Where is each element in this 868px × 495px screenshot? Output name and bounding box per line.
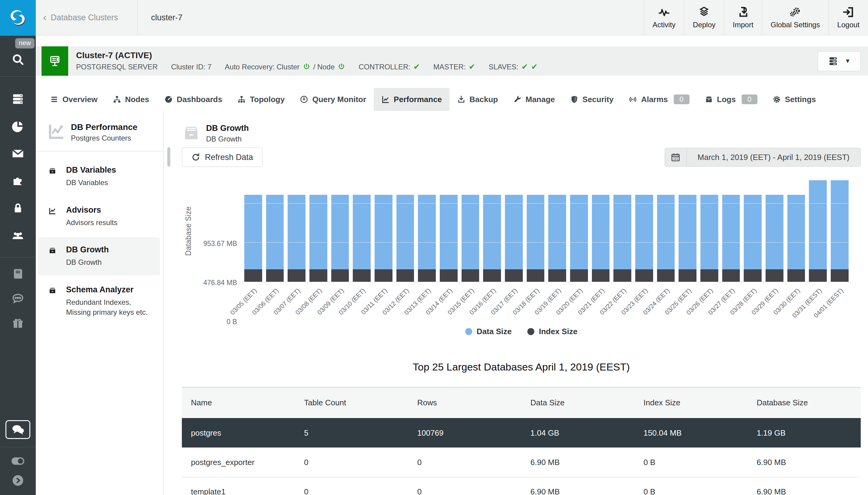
bar-data-size-segment[interactable] [722, 195, 740, 269]
plugins-icon[interactable] [0, 172, 36, 189]
chart-bar[interactable] [657, 180, 675, 282]
chart-bar[interactable] [288, 180, 305, 282]
chart-bar[interactable] [766, 180, 783, 282]
chart-bar[interactable] [831, 180, 849, 282]
panel-item-db-variables[interactable]: DB VariablesDB Variables [38, 157, 160, 196]
bar-index-size-segment[interactable] [288, 269, 305, 282]
chart-bar[interactable] [397, 180, 414, 282]
chart-bar[interactable] [570, 180, 588, 282]
legend-item-index-size[interactable]: Index Size [527, 327, 577, 336]
bar-data-size-segment[interactable] [635, 195, 653, 269]
bar-index-size-segment[interactable] [831, 269, 849, 282]
tab-nodes[interactable]: Nodes [105, 88, 157, 111]
breadcrumb[interactable]: ‹ Database Clusters [36, 0, 138, 35]
chart-bar[interactable] [744, 180, 762, 282]
bar-data-size-segment[interactable] [505, 195, 523, 269]
tab-overview[interactable]: Overview [43, 88, 105, 111]
tab-settings[interactable]: Settings [765, 88, 824, 111]
chart-bar[interactable] [787, 180, 805, 282]
chart-bar[interactable] [353, 180, 371, 282]
chart-bar[interactable] [244, 180, 262, 282]
bar-data-size-segment[interactable] [483, 195, 501, 269]
table-row-postgres[interactable]: postgres51007691.04 GB150.04 MB1.19 GB [182, 419, 861, 448]
chart-bar[interactable] [310, 180, 327, 282]
logout-button[interactable]: Logout [829, 0, 868, 35]
bar-data-size-segment[interactable] [397, 195, 414, 269]
bar-index-size-segment[interactable] [809, 269, 827, 282]
bar-index-size-segment[interactable] [418, 269, 436, 282]
tab-alarms[interactable]: Alarms 0 [621, 88, 697, 111]
chart-bar[interactable] [483, 180, 501, 282]
bar-data-size-segment[interactable] [570, 195, 588, 269]
bar-index-size-segment[interactable] [440, 269, 458, 282]
tab-performance[interactable]: Performance [374, 88, 449, 111]
tab-backup[interactable]: Backup [449, 88, 505, 111]
bar-index-size-segment[interactable] [462, 269, 480, 282]
bar-data-size-segment[interactable] [614, 195, 631, 269]
panel-item-db-growth[interactable]: DB GrowthDB Growth [38, 237, 160, 275]
deploy-button[interactable]: Deploy [684, 0, 724, 35]
panel-item-advisors[interactable]: AdvisorsAdvisors results [38, 198, 160, 236]
toggle-icon[interactable] [0, 453, 36, 470]
tab-manage[interactable]: Manage [505, 88, 563, 111]
chart-bar[interactable] [635, 180, 653, 282]
legend-item-data-size[interactable]: Data Size [465, 327, 512, 336]
bar-data-size-segment[interactable] [331, 195, 349, 269]
bar-data-size-segment[interactable] [700, 195, 718, 269]
bar-data-size-segment[interactable] [527, 195, 545, 269]
users-icon[interactable] [0, 227, 36, 244]
servers-icon[interactable] [0, 90, 36, 107]
support-chat-button[interactable] [5, 420, 30, 439]
bar-data-size-segment[interactable] [418, 195, 436, 269]
bar-index-size-segment[interactable] [744, 269, 762, 282]
docs-icon[interactable] [0, 266, 36, 282]
tab-topology[interactable]: Topology [230, 88, 292, 111]
expand-icon[interactable] [0, 472, 36, 489]
bar-data-size-segment[interactable] [592, 195, 610, 269]
bar-data-size-segment[interactable] [310, 195, 327, 269]
bar-data-size-segment[interactable] [266, 195, 284, 269]
import-button[interactable]: Import [724, 0, 762, 35]
bar-index-size-segment[interactable] [700, 269, 718, 282]
chart-bar[interactable] [505, 180, 523, 282]
bar-data-size-segment[interactable] [288, 195, 305, 269]
table-row-postgres_exporter[interactable]: postgres_exporter006.90 MB0 B6.90 MB [182, 448, 861, 477]
lock-icon[interactable] [0, 200, 36, 217]
bar-index-size-segment[interactable] [766, 269, 783, 282]
bar-data-size-segment[interactable] [831, 180, 849, 269]
mail-icon[interactable] [0, 145, 36, 162]
chart-bar[interactable] [809, 180, 827, 282]
tab-security[interactable]: Security [563, 88, 621, 111]
bar-data-size-segment[interactable] [744, 195, 762, 269]
chart-bar[interactable] [679, 180, 697, 282]
bar-index-size-segment[interactable] [570, 269, 588, 282]
bar-index-size-segment[interactable] [266, 269, 284, 282]
panel-item-schema-analyzer[interactable]: Schema AnalyzerRedundant Indexes, Missin… [38, 277, 160, 325]
bar-data-size-segment[interactable] [657, 195, 675, 269]
chart-bar[interactable] [462, 180, 480, 282]
bar-data-size-segment[interactable] [440, 195, 458, 269]
tab-dashboards[interactable]: Dashboards [157, 88, 230, 111]
bar-data-size-segment[interactable] [809, 180, 827, 269]
bar-index-size-segment[interactable] [310, 269, 327, 282]
table-row-template1[interactable]: template1006.90 MB0 B6.90 MB [182, 477, 861, 495]
chart-bar[interactable] [527, 180, 545, 282]
pie-chart-icon[interactable] [0, 118, 36, 135]
bar-index-size-segment[interactable] [592, 269, 610, 282]
bar-index-size-segment[interactable] [657, 269, 675, 282]
bar-index-size-segment[interactable] [374, 269, 393, 282]
chart-bar[interactable] [374, 180, 393, 282]
feedback-icon[interactable] [0, 290, 36, 307]
bar-index-size-segment[interactable] [614, 269, 631, 282]
bar-index-size-segment[interactable] [505, 269, 523, 282]
chart-bar[interactable] [331, 180, 349, 282]
activity-button[interactable]: Activity [644, 0, 684, 35]
bar-index-size-segment[interactable] [722, 269, 740, 282]
bar-index-size-segment[interactable] [527, 269, 545, 282]
bar-index-size-segment[interactable] [353, 269, 371, 282]
bar-index-size-segment[interactable] [331, 269, 349, 282]
bar-data-size-segment[interactable] [679, 195, 697, 269]
tab-logs[interactable]: Logs 0 [697, 88, 765, 111]
search-icon[interactable] [0, 51, 36, 68]
chart-bar[interactable] [440, 180, 458, 282]
